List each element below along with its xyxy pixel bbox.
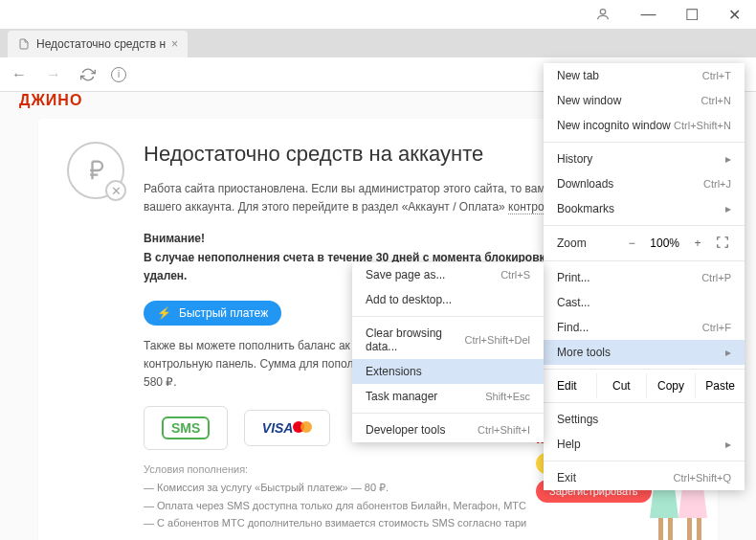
more-tools-submenu: Save page as...Ctrl+S Add to desktop... …	[352, 262, 544, 442]
zoom-label: Zoom	[557, 236, 613, 250]
menu-new-tab[interactable]: New tabCtrl+T	[544, 63, 745, 88]
close-tab-icon[interactable]: ×	[171, 37, 178, 51]
menu-incognito[interactable]: New incognito windowCtrl+Shift+N	[544, 113, 745, 138]
edit-label: Edit	[544, 373, 596, 398]
back-button[interactable]: ←	[8, 63, 31, 86]
zoom-out-button[interactable]: −	[623, 236, 640, 250]
window-titlebar: — ☐ ✕	[0, 0, 756, 29]
submenu-task-manager[interactable]: Task managerShift+Esc	[352, 384, 544, 409]
page-icon	[17, 37, 31, 51]
site-info-icon[interactable]: i	[111, 67, 126, 82]
lightning-icon: ⚡	[157, 306, 171, 320]
submenu-dev-tools[interactable]: Developer toolsCtrl+Shift+I	[352, 417, 544, 442]
browser-tab[interactable]: Недостаточно средств н ×	[8, 31, 188, 57]
copy-button[interactable]: Copy	[646, 373, 696, 398]
quick-pay-label: Быстрый платеж	[179, 306, 268, 320]
menu-zoom: Zoom − 100% +	[544, 230, 745, 257]
zoom-in-button[interactable]: +	[689, 236, 706, 250]
visa-icon: VISA	[262, 420, 294, 436]
quick-pay-button[interactable]: ⚡ Быстрый платеж	[144, 301, 281, 326]
pay-sms-option[interactable]: SMS	[144, 406, 228, 450]
submenu-clear-data[interactable]: Clear browsing data...Ctrl+Shift+Del	[352, 321, 544, 359]
menu-edit-row: Edit Cut Copy Paste	[544, 373, 745, 398]
menu-help[interactable]: Help▸	[544, 432, 745, 457]
chevron-right-icon: ▸	[725, 346, 731, 359]
mastercard-icon	[293, 420, 312, 434]
cut-button[interactable]: Cut	[596, 373, 646, 398]
tab-strip: Недостаточно средств н ×	[0, 29, 756, 57]
submenu-add-desktop[interactable]: Add to desktop...	[352, 287, 544, 312]
svg-point-0	[600, 10, 605, 14]
svg-rect-5	[658, 518, 663, 541]
menu-print[interactable]: Print...Ctrl+P	[544, 265, 745, 290]
forward-button[interactable]: →	[42, 63, 65, 86]
menu-more-tools[interactable]: More tools▸	[544, 340, 745, 365]
minimize-button[interactable]: —	[627, 0, 670, 29]
pay-card-option[interactable]: VISA	[244, 410, 331, 446]
svg-rect-6	[668, 518, 673, 541]
reload-button[interactable]	[77, 63, 100, 86]
chevron-right-icon: ▸	[725, 152, 731, 166]
ruble-blocked-icon: ✕	[67, 142, 124, 199]
user-icon[interactable]	[589, 0, 617, 29]
submenu-save-page[interactable]: Save page as...Ctrl+S	[352, 262, 544, 287]
chevron-right-icon: ▸	[725, 438, 731, 451]
svg-rect-7	[687, 518, 692, 541]
submenu-extensions[interactable]: Extensions	[352, 359, 544, 384]
menu-history[interactable]: History▸	[544, 146, 745, 171]
menu-bookmarks[interactable]: Bookmarks▸	[544, 196, 745, 221]
maximize-button[interactable]: ☐	[670, 0, 713, 29]
chrome-main-menu: New tabCtrl+T New windowCtrl+N New incog…	[544, 63, 745, 490]
new-tab-button[interactable]	[188, 34, 211, 57]
zoom-level: 100%	[650, 236, 679, 250]
menu-exit[interactable]: ExitCtrl+Shift+Q	[544, 465, 745, 490]
menu-downloads[interactable]: DownloadsCtrl+J	[544, 171, 745, 196]
svg-rect-8	[697, 518, 701, 541]
menu-cast[interactable]: Cast...	[544, 290, 745, 315]
sms-icon: SMS	[162, 416, 210, 439]
fullscreen-icon[interactable]	[716, 236, 731, 251]
menu-settings[interactable]: Settings	[544, 407, 745, 432]
close-window-button[interactable]: ✕	[713, 0, 756, 29]
paste-button[interactable]: Paste	[695, 373, 745, 398]
menu-new-window[interactable]: New windowCtrl+N	[544, 88, 745, 113]
menu-find[interactable]: Find...Ctrl+F	[544, 315, 745, 340]
chevron-right-icon: ▸	[725, 202, 731, 215]
tab-title: Недостаточно средств н	[36, 37, 166, 51]
x-badge-icon: ✕	[105, 180, 126, 201]
